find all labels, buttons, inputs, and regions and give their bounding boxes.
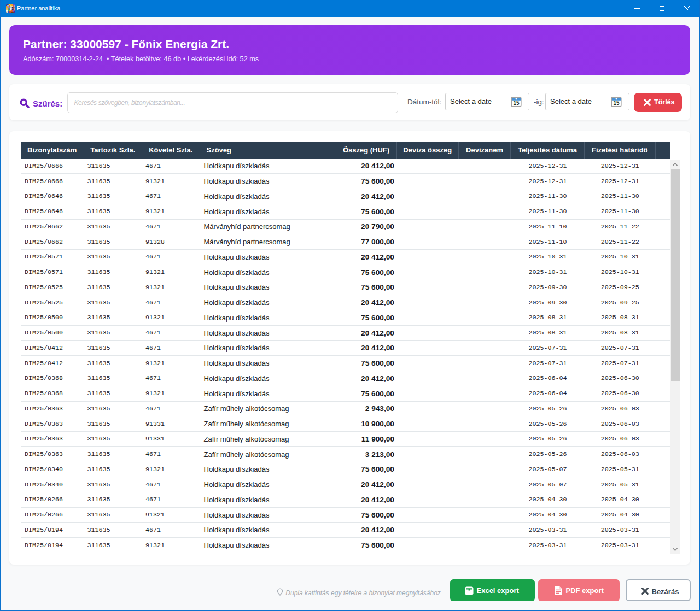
svg-text:15: 15	[613, 100, 620, 106]
svg-text:15: 15	[513, 100, 520, 106]
